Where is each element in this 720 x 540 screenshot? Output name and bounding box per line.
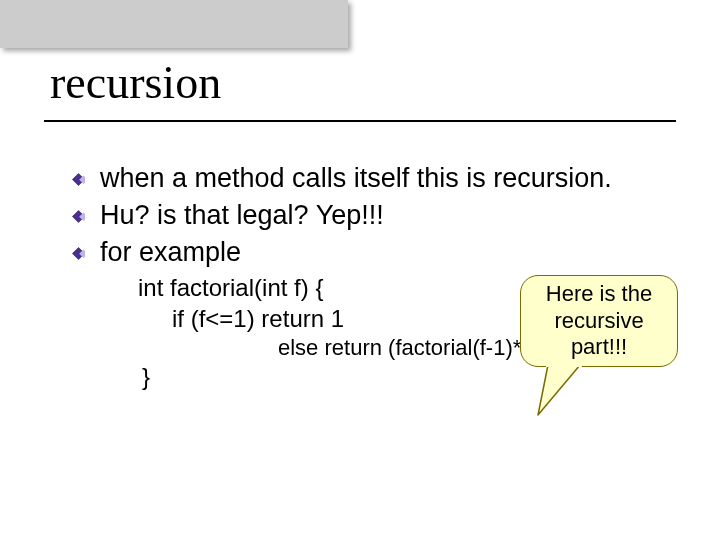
speech-callout: Here is the recursive part!!! (520, 275, 678, 375)
callout-box: Here is the recursive part!!! (520, 275, 678, 367)
bullet-text: Hu? is that legal? Yep!!! (100, 200, 384, 230)
diamond-bullet-icon (72, 173, 85, 186)
svg-rect-7 (546, 361, 582, 367)
bullet-item-1: when a method calls itself this is recur… (100, 162, 680, 195)
callout-text: Here is the recursive part!!! (529, 281, 669, 360)
diamond-bullet-icon (72, 210, 85, 223)
svg-marker-6 (538, 365, 580, 415)
diamond-bullet-icon (72, 247, 85, 260)
bullet-text: for example (100, 237, 241, 267)
bullet-text: when a method calls itself this is recur… (100, 163, 612, 193)
slide: recursion when a method calls itself thi… (0, 0, 720, 540)
title-underline (44, 120, 676, 122)
callout-tail-icon (534, 361, 594, 419)
top-gray-bar (0, 0, 348, 48)
slide-title: recursion (50, 56, 221, 109)
bullet-item-2: Hu? is that legal? Yep!!! (100, 199, 680, 232)
bullet-item-3: for example (100, 236, 680, 269)
